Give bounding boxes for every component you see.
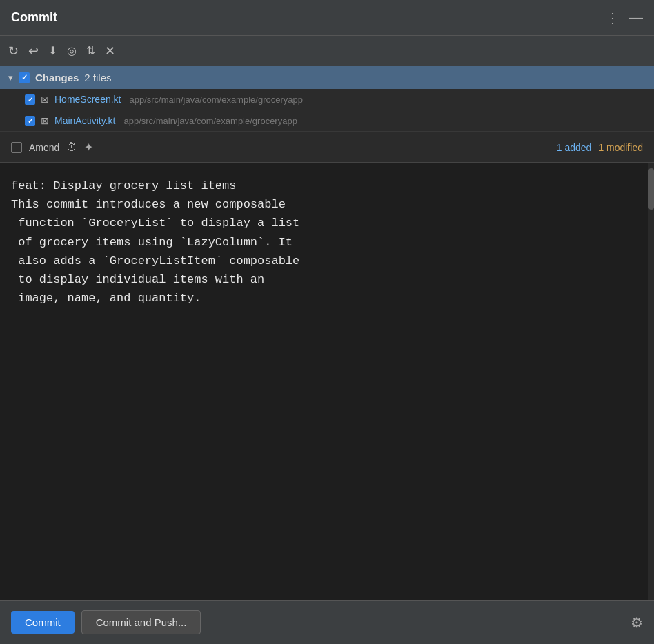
minimize-icon[interactable]: — xyxy=(629,10,643,26)
commit-and-push-button[interactable]: Commit and Push... xyxy=(81,610,201,634)
changes-checkbox[interactable] xyxy=(19,72,30,83)
file-path-mainactivity: app/src/main/java/com/example/groceryapp xyxy=(123,116,297,126)
file-item-mainactivity[interactable]: ⊠ MainActivity.kt app/src/main/java/com/… xyxy=(0,110,654,132)
settings-icon[interactable]: ⚙ xyxy=(631,614,643,631)
file-modified-icon-2: ⊠ xyxy=(41,115,49,126)
history-icon[interactable]: ⏱ xyxy=(66,141,77,154)
file-item-homescreen[interactable]: ⊠ HomeScreen.kt app/src/main/java/com/ex… xyxy=(0,89,654,110)
amend-label: Amend xyxy=(29,142,59,153)
changes-label: Changes xyxy=(35,72,79,83)
menu-icon[interactable]: ⋮ xyxy=(606,10,620,26)
changes-header[interactable]: ▾ Changes 2 files xyxy=(0,66,654,89)
stat-modified: 1 modified xyxy=(598,142,643,153)
chevron-icon: ▾ xyxy=(8,72,13,83)
download-icon[interactable]: ⬇ xyxy=(48,44,57,57)
file-name-mainactivity: MainActivity.kt xyxy=(54,115,115,126)
file-name-homescreen: HomeScreen.kt xyxy=(54,94,121,105)
file-checkbox-mainactivity[interactable] xyxy=(25,116,35,126)
commit-message-area[interactable]: feat: Display grocery list items This co… xyxy=(0,163,654,600)
refresh-icon[interactable]: ↻ xyxy=(8,43,19,59)
amend-row: Amend ⏱ ✦ 1 added 1 modified xyxy=(0,132,654,163)
amend-checkbox[interactable] xyxy=(11,142,22,153)
stat-added: 1 added xyxy=(557,142,592,153)
undo-icon[interactable]: ↩ xyxy=(28,43,39,59)
scrollbar-track xyxy=(648,163,654,600)
bottom-bar: Commit Commit and Push... ⚙ xyxy=(0,600,654,644)
file-modified-icon: ⊠ xyxy=(41,94,49,105)
titlebar-actions: ⋮ — xyxy=(606,10,643,26)
titlebar: Commit ⋮ — xyxy=(0,0,654,36)
eye-icon[interactable]: ◎ xyxy=(67,44,77,57)
scrollbar-thumb[interactable] xyxy=(648,168,654,210)
changes-count: 2 files xyxy=(84,72,111,83)
commit-button[interactable]: Commit xyxy=(11,611,75,634)
file-checkbox-homescreen[interactable] xyxy=(25,94,35,105)
commit-window: Commit ⋮ — ↻ ↩ ⬇ ◎ ⇅ ✕ ▾ Changes 2 files… xyxy=(0,0,654,644)
close-icon[interactable]: ✕ xyxy=(105,43,115,59)
commit-message-text: feat: Display grocery list items This co… xyxy=(11,177,640,308)
window-title: Commit xyxy=(11,10,57,25)
up-down-icon[interactable]: ⇅ xyxy=(86,44,95,57)
file-list: ▾ Changes 2 files ⊠ HomeScreen.kt app/sr… xyxy=(0,66,654,132)
toolbar: ↻ ↩ ⬇ ◎ ⇅ ✕ xyxy=(0,36,654,66)
file-path-homescreen: app/src/main/java/com/example/groceryapp xyxy=(129,94,302,105)
add-icon[interactable]: ✦ xyxy=(84,141,93,154)
